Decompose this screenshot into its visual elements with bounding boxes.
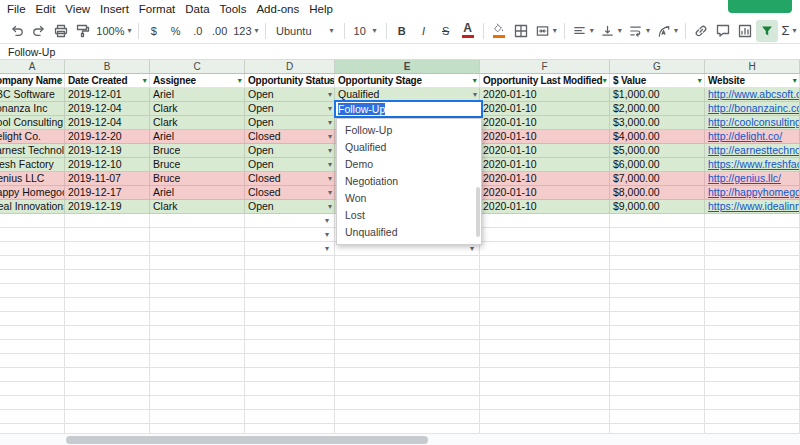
- cell-status[interactable]: Open▾: [245, 200, 335, 214]
- number-format-button[interactable]: 123▾: [231, 20, 261, 42]
- cell-date-created[interactable]: 2019-12-19: [65, 144, 150, 158]
- undo-button[interactable]: [6, 20, 28, 42]
- strikethrough-button[interactable]: S: [435, 20, 457, 42]
- cell-date-created[interactable]: 2019-12-19: [65, 200, 150, 214]
- cell-last-modified[interactable]: 2020-01-10: [480, 172, 610, 186]
- filter-triangle-icon[interactable]: ▼: [601, 74, 608, 87]
- dropdown-arrow-icon[interactable]: ▾: [328, 172, 332, 186]
- formula-bar[interactable]: Follow-Up: [0, 44, 800, 60]
- cell-last-modified[interactable]: 2020-01-10: [480, 186, 610, 200]
- column-header-h[interactable]: H: [705, 60, 800, 73]
- italic-button[interactable]: I: [413, 20, 435, 42]
- cell-date-created[interactable]: 2019-12-10: [65, 158, 150, 172]
- column-header-b[interactable]: B: [65, 60, 150, 73]
- cell-website-link[interactable]: https://www.freshfactory.com/: [705, 158, 800, 172]
- dropdown-arrow-icon[interactable]: ▾: [328, 186, 332, 200]
- filter-triangle-icon[interactable]: ▼: [791, 74, 798, 87]
- text-color-button[interactable]: A: [457, 20, 479, 42]
- cell-assignee[interactable]: Clark: [150, 102, 245, 116]
- dropdown-option[interactable]: Demo: [337, 156, 481, 173]
- column-header-e[interactable]: E: [335, 60, 480, 73]
- vertical-align-button[interactable]: ▾: [597, 20, 625, 42]
- dropdown-arrow-icon[interactable]: ▾: [328, 200, 332, 214]
- cell-website-link[interactable]: http://coolconsulting.com/: [705, 116, 800, 130]
- cell-assignee[interactable]: Bruce: [150, 172, 245, 186]
- cell-value-amount[interactable]: $1,000.00: [610, 88, 705, 102]
- header-date-created[interactable]: Date Created▼: [65, 74, 150, 88]
- menu-file[interactable]: File: [2, 3, 31, 15]
- dropdown-option[interactable]: Lost: [337, 207, 481, 224]
- cell-last-modified[interactable]: 2020-01-10: [480, 158, 610, 172]
- cell-company[interactable]: Delight Co.: [0, 130, 65, 144]
- cell-status[interactable]: Closed▾: [245, 172, 335, 186]
- cell-company[interactable]: Earnest Technologies: [0, 144, 65, 158]
- menu-data[interactable]: Data: [180, 3, 214, 15]
- dropdown-arrow-icon[interactable]: ▾: [470, 245, 474, 253]
- cell-date-created[interactable]: 2019-12-04: [65, 116, 150, 130]
- empty-cells-area[interactable]: [0, 214, 800, 433]
- dropdown-option[interactable]: Negotiation: [337, 173, 481, 190]
- cell-status[interactable]: Closed▾: [245, 130, 335, 144]
- dropdown-arrow-icon[interactable]: ▾: [325, 231, 329, 239]
- column-header-c[interactable]: C: [150, 60, 245, 73]
- insert-link-button[interactable]: [690, 20, 712, 42]
- cell-assignee[interactable]: Ariel: [150, 130, 245, 144]
- cell-website-link[interactable]: http://bonanzainc.com/: [705, 102, 800, 116]
- cell-date-created[interactable]: 2019-12-17: [65, 186, 150, 200]
- format-currency-button[interactable]: $: [143, 20, 165, 42]
- paint-format-button[interactable]: [72, 20, 94, 42]
- filter-button[interactable]: [756, 20, 778, 42]
- dropdown-option[interactable]: Follow-Up: [337, 122, 481, 139]
- cell-website-link[interactable]: http://www.abcsoft.com/: [705, 88, 800, 102]
- dropdown-arrow-icon[interactable]: ▾: [328, 158, 332, 172]
- horizontal-align-button[interactable]: ▾: [569, 20, 597, 42]
- cell-company[interactable]: Happy Homegoods: [0, 186, 65, 200]
- scrollbar-thumb[interactable]: [66, 436, 428, 444]
- dropdown-arrow-icon[interactable]: ▾: [325, 245, 329, 253]
- insert-chart-button[interactable]: [734, 20, 756, 42]
- cell-last-modified[interactable]: 2020-01-10: [480, 102, 610, 116]
- cell-website-link[interactable]: http://delight.co/: [705, 130, 800, 144]
- filter-triangle-icon[interactable]: ▼: [56, 74, 63, 87]
- cell-company[interactable]: Genius LLC: [0, 172, 65, 186]
- cell-assignee[interactable]: Ariel: [150, 186, 245, 200]
- cell-date-created[interactable]: 2019-11-07: [65, 172, 150, 186]
- cell-assignee[interactable]: Clark: [150, 200, 245, 214]
- cell-status[interactable]: Open▾: [245, 102, 335, 116]
- cell-assignee[interactable]: Bruce: [150, 144, 245, 158]
- filter-triangle-icon[interactable]: ▼: [696, 74, 703, 87]
- header-company-name[interactable]: Company Name▼: [0, 74, 65, 88]
- menu-edit[interactable]: Edit: [31, 3, 61, 15]
- insert-comment-button[interactable]: [712, 20, 734, 42]
- cell-value-amount[interactable]: $7,000.00: [610, 172, 705, 186]
- menu-help[interactable]: Help: [304, 3, 338, 15]
- cell-website-link[interactable]: https://www.idealinnovations.com/: [705, 200, 800, 214]
- merge-cells-button[interactable]: ▾: [532, 20, 560, 42]
- cell-assignee[interactable]: Clark: [150, 116, 245, 130]
- header-website[interactable]: Website▼: [705, 74, 800, 88]
- dropdown-arrow-icon[interactable]: ▾: [328, 144, 332, 158]
- dropdown-arrow-icon[interactable]: ▾: [328, 130, 332, 144]
- increase-decimal-button[interactable]: .00: [209, 20, 231, 42]
- cell-date-created[interactable]: 2019-12-01: [65, 88, 150, 102]
- functions-button[interactable]: Σ▾: [778, 20, 800, 42]
- cell-company[interactable]: Fresh Factory: [0, 158, 65, 172]
- column-header-g[interactable]: G: [610, 60, 705, 73]
- zoom-select[interactable]: 100%▾: [94, 20, 134, 42]
- cell-last-modified[interactable]: 2020-01-10: [480, 130, 610, 144]
- cell-website-link[interactable]: http://happyhomegoods.com/: [705, 186, 800, 200]
- cell-last-modified[interactable]: 2020-01-10: [480, 116, 610, 130]
- share-button[interactable]: [728, 0, 792, 13]
- menu-view[interactable]: View: [60, 3, 95, 15]
- cell-company[interactable]: Ideal Innovations: [0, 200, 65, 214]
- cell-status[interactable]: Open▾: [245, 116, 335, 130]
- dropdown-arrow-icon[interactable]: ▾: [328, 88, 332, 102]
- print-button[interactable]: [50, 20, 72, 42]
- font-size-select[interactable]: 10▾: [349, 20, 382, 42]
- fill-color-button[interactable]: [488, 20, 510, 42]
- format-percent-button[interactable]: %: [165, 20, 187, 42]
- cell-website-link[interactable]: http://earnesttechnologies.com/: [705, 144, 800, 158]
- cell-last-modified[interactable]: 2020-01-10: [480, 200, 610, 214]
- text-wrap-button[interactable]: ▾: [625, 20, 653, 42]
- dropdown-option[interactable]: Won: [337, 190, 481, 207]
